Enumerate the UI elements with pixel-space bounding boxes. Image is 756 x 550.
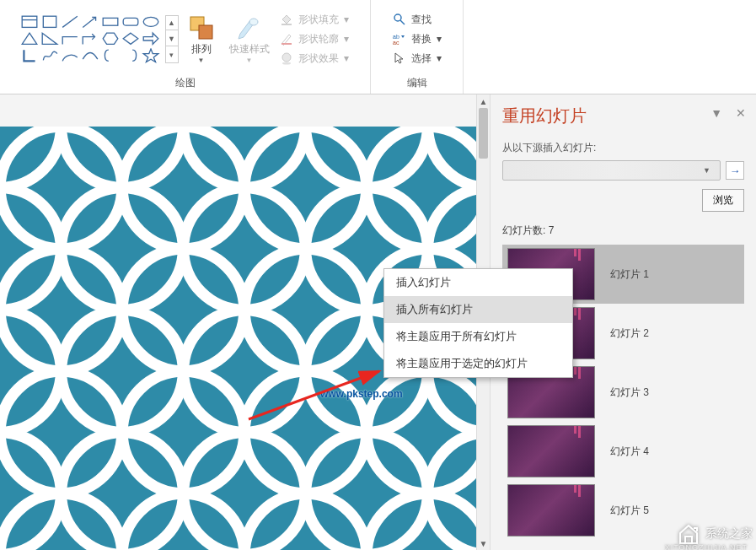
shape-outline-button[interactable]: 形状轮廓▾ <box>278 31 351 47</box>
pane-options-icon[interactable]: ▼ <box>710 106 722 120</box>
pane-close-icon[interactable]: ✕ <box>736 106 746 120</box>
shapes-down-icon[interactable]: ▼ <box>166 32 178 46</box>
shape-diamond-icon[interactable] <box>121 31 140 46</box>
svg-rect-5 <box>103 19 118 26</box>
group-label-editing: 编辑 <box>407 74 427 92</box>
shape-brace2-icon[interactable] <box>121 48 140 63</box>
svg-rect-17 <box>281 24 292 25</box>
svg-rect-6 <box>123 19 138 26</box>
ctx-apply-theme-selected[interactable]: 将主题应用于选定的幻灯片 <box>384 350 572 377</box>
shape-effects-button[interactable]: 形状效果▾ <box>278 51 351 67</box>
ribbon-group-drawing: ▲ ▼ ▾ 排列 ▼ 快速样式 ▼ 形状填充▾ <box>0 0 371 94</box>
svg-marker-12 <box>143 33 158 44</box>
shape-roundrect-icon[interactable] <box>121 14 140 30</box>
svg-rect-2 <box>43 16 56 27</box>
shape-elbowarrow-icon[interactable] <box>81 31 99 46</box>
svg-rect-15 <box>199 25 212 39</box>
shape-rect-icon[interactable] <box>101 14 120 30</box>
shape-lshape-icon[interactable] <box>20 48 39 63</box>
shape-arrowline-icon[interactable] <box>81 14 99 30</box>
shape-hex-icon[interactable] <box>101 31 120 46</box>
effects-icon <box>280 51 293 65</box>
ctx-apply-theme-all[interactable]: 将主题应用于所有幻灯片 <box>384 323 572 350</box>
svg-marker-9 <box>42 33 57 44</box>
replace-icon: abac <box>393 32 406 46</box>
source-dropdown-icon[interactable]: ▼ <box>703 166 710 175</box>
site-name: 系统之家 <box>705 526 753 542</box>
shape-freeform-icon[interactable] <box>40 48 59 63</box>
shapes-gallery[interactable] <box>20 14 160 63</box>
shape-arrow-icon[interactable] <box>142 31 160 46</box>
scroll-up-icon[interactable]: ▲ <box>477 94 490 108</box>
pen-icon <box>280 32 293 46</box>
replace-label: 替换 <box>411 32 432 46</box>
slide-thumb-label: 幻灯片 3 <box>610 386 649 400</box>
ctx-insert-all-slides[interactable]: 插入所有幻灯片 <box>384 296 572 323</box>
watermark-text: www.pkstep.com <box>320 388 403 400</box>
slide-thumbnail <box>507 425 595 477</box>
browse-button[interactable]: 浏览 <box>702 189 744 212</box>
shapes-up-icon[interactable]: ▲ <box>166 16 178 30</box>
go-button[interactable]: → <box>726 161 744 180</box>
main-area: www.pkstep.com ▲ ▼ 重用幻灯片 ▼ ✕ 从以下源插入幻灯片: … <box>0 94 756 550</box>
svg-marker-11 <box>123 33 138 44</box>
group-label-drawing: 绘图 <box>175 74 196 92</box>
svg-point-21 <box>394 14 401 21</box>
shape-outline-label: 形状轮廓 <box>298 32 339 46</box>
shape-rtriangle-icon[interactable] <box>40 31 59 46</box>
svg-point-20 <box>282 62 291 65</box>
select-button[interactable]: 选择▾ <box>391 51 443 67</box>
bucket-icon <box>280 13 293 26</box>
shape-arc-icon[interactable] <box>61 48 79 63</box>
pane-title: 重用幻灯片 <box>502 105 744 127</box>
select-label: 选择 <box>411 51 432 66</box>
quickstyles-icon <box>235 13 264 42</box>
shape-effects-label: 形状效果 <box>298 51 339 66</box>
dropdown-icon: ▼ <box>246 57 253 64</box>
house-icon <box>677 523 700 545</box>
shape-fill-button[interactable]: 形状填充▾ <box>278 12 351 28</box>
source-input[interactable] <box>502 160 721 181</box>
shape-textbox-icon[interactable] <box>20 14 39 30</box>
shape-ellipse-icon[interactable] <box>142 14 160 30</box>
quickstyles-button[interactable]: 快速样式 ▼ <box>224 12 275 66</box>
scroll-down-icon[interactable]: ▼ <box>477 537 490 550</box>
slide-thumb-label: 幻灯片 4 <box>610 445 649 459</box>
slide-thumb-item[interactable]: 幻灯片 4 <box>502 422 744 481</box>
svg-line-22 <box>400 20 405 24</box>
ctx-insert-slide[interactable]: 插入幻灯片 <box>384 269 572 296</box>
svg-point-7 <box>143 18 158 27</box>
shape-line-icon[interactable] <box>61 14 79 30</box>
scroll-thumb[interactable] <box>479 108 488 159</box>
svg-line-4 <box>83 18 95 28</box>
ribbon-group-editing: 查找 abac 替换▾ 选择▾ 编辑 <box>371 0 464 94</box>
shape-curve-icon[interactable] <box>81 48 99 63</box>
svg-rect-0 <box>22 16 37 27</box>
svg-text:ac: ac <box>393 40 399 46</box>
slide-thumbnail <box>507 484 595 537</box>
shape-brace-icon[interactable] <box>101 48 120 63</box>
shape-triangle-icon[interactable] <box>20 31 39 46</box>
svg-point-16 <box>249 19 258 25</box>
site-domain: XITONGZHIJIA.NET <box>665 543 748 550</box>
slide-count: 幻灯片数: 7 <box>502 224 744 238</box>
find-button[interactable]: 查找 <box>391 12 443 28</box>
cursor-icon <box>393 51 406 65</box>
find-label: 查找 <box>411 13 432 27</box>
shape-star-icon[interactable] <box>142 48 160 63</box>
svg-line-3 <box>62 16 78 27</box>
shapes-scroll[interactable]: ▲ ▼ ▾ <box>165 15 179 63</box>
context-menu: 插入幻灯片 插入所有幻灯片 将主题应用于所有幻灯片 将主题应用于选定的幻灯片 <box>383 268 573 378</box>
shape-elbow-icon[interactable] <box>61 31 79 46</box>
arrange-label: 排列 <box>191 44 212 55</box>
arrange-icon <box>187 13 216 42</box>
replace-button[interactable]: abac 替换▾ <box>391 31 443 47</box>
search-icon <box>393 13 406 26</box>
slide-thumb-label: 幻灯片 5 <box>610 504 649 518</box>
shapes-more-icon[interactable]: ▾ <box>166 48 178 62</box>
svg-text:ab: ab <box>393 34 399 40</box>
shape-square-icon[interactable] <box>40 14 59 30</box>
arrange-button[interactable]: 排列 ▼ <box>182 12 221 66</box>
shape-fill-label: 形状填充 <box>298 13 339 27</box>
site-watermark: 系统之家 XITONGZHIJIA.NET <box>677 523 753 545</box>
